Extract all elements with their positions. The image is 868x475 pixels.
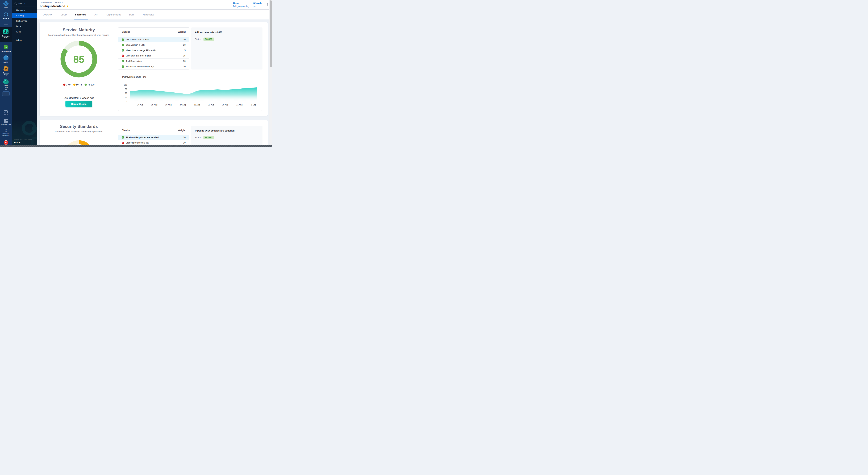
sidebar-item-self-service[interactable]: Self service bbox=[12, 18, 37, 24]
improvement-area-chart: 025507510024 Aug25 Aug26 Aug27 Aug28 Aug… bbox=[118, 77, 262, 110]
check-label: API success rate > 99% bbox=[126, 38, 183, 41]
rail-item-projects[interactable]: Projects bbox=[0, 12, 12, 20]
rail-item-deployments[interactable]: ∞Deployments bbox=[0, 44, 12, 53]
status-badge: PASSED bbox=[204, 37, 214, 41]
sidebar-item-apis[interactable]: APIs bbox=[12, 29, 37, 34]
search-icon bbox=[14, 2, 17, 5]
sidebar: Search OverviewCatalogSelf serviceDocsAP… bbox=[12, 0, 37, 147]
rail-modules: DeveloperPortal∞DeploymentsBuilds⚑Featur… bbox=[0, 27, 12, 89]
rail-item-builds[interactable]: Builds bbox=[0, 55, 12, 63]
weight-column-header: Weight bbox=[178, 129, 186, 135]
owner-block: Owner field_engineering bbox=[233, 2, 249, 7]
legend-item: 75-100 bbox=[85, 83, 94, 86]
check-row[interactable]: ✕Branch protection is set30 bbox=[118, 140, 189, 145]
legend-label: 0-49 bbox=[66, 83, 70, 86]
rail-item-label: FeatureFlags bbox=[3, 72, 9, 76]
legend-label: 50-74 bbox=[76, 83, 82, 86]
rail-item-label: Projects bbox=[3, 18, 9, 20]
status-label: Status: bbox=[195, 38, 202, 40]
favorite-star-icon[interactable]: ★ bbox=[66, 5, 69, 8]
check-row[interactable]: ✓Java version is LTS20 bbox=[118, 42, 189, 48]
checks-column-header: Checks bbox=[122, 129, 130, 135]
y-axis-tick: 25 bbox=[125, 96, 127, 98]
x-axis-tick: 25 Aug bbox=[151, 104, 157, 106]
rail-item-label: CloudCosts bbox=[4, 85, 8, 89]
check-row[interactable]: ✓Pipeline OPA policies are satisfied10 bbox=[118, 135, 189, 140]
rail-item-dashboards[interactable]: DASHBOARDS bbox=[1, 119, 11, 125]
lifecycle-label: Lifecycle bbox=[253, 2, 262, 4]
rail-item-label: HELP bbox=[4, 114, 8, 115]
check-weight: 20 bbox=[183, 65, 186, 68]
maturity-score-donut: 85 bbox=[60, 40, 98, 78]
check-row[interactable]: ✓Mean time to merge PR < 48 hr5 bbox=[118, 48, 189, 53]
module-picker-button[interactable] bbox=[2, 91, 9, 96]
rail-top-section: HomeProjects bbox=[0, 0, 12, 23]
check-detail-title: API success rate > 99% bbox=[191, 27, 262, 34]
scrollbar-thumb[interactable] bbox=[270, 0, 272, 67]
more-options-icon[interactable] bbox=[266, 3, 269, 7]
avatar[interactable]: HM bbox=[4, 140, 8, 145]
tab-dependencies[interactable]: Dependencies bbox=[106, 10, 121, 20]
sidebar-item-overview[interactable]: Overview bbox=[12, 7, 37, 13]
legend-label: 75-100 bbox=[87, 83, 94, 86]
rail-item-developer-portal[interactable]: DeveloperPortal bbox=[0, 29, 12, 39]
tab-docs[interactable]: Docs bbox=[129, 10, 134, 20]
weight-column-header: Weight bbox=[178, 31, 186, 37]
check-weight: 5 bbox=[184, 49, 186, 52]
sidebar-footer: INTERNAL DEVELOPER Portal bbox=[12, 119, 37, 145]
check-label: Pipeline OPA policies are satisfied bbox=[126, 136, 183, 139]
check-row[interactable]: ✓TechDocs exists30 bbox=[118, 58, 189, 64]
tabs-bar: OverviewCI/CDScorecardAPIDependenciesDoc… bbox=[37, 10, 269, 20]
security-check-detail-title: Pipeline OPA policies are satisfied bbox=[191, 126, 262, 132]
cube-icon bbox=[3, 12, 8, 17]
page-scrollbar bbox=[269, 0, 272, 145]
x-axis-tick: 24 Aug bbox=[137, 104, 143, 106]
rail-collapse-handle[interactable] bbox=[0, 23, 12, 27]
check-label: More than 70% test coverage bbox=[126, 65, 183, 68]
check-row[interactable]: ✓More than 70% test coverage20 bbox=[118, 64, 189, 69]
rail-item-feature-flags[interactable]: ⚑FeatureFlags bbox=[0, 66, 12, 76]
check-row[interactable]: ✓API success rate > 99%10 bbox=[118, 37, 189, 42]
rerun-checks-button[interactable]: Rerun Checks bbox=[65, 101, 92, 107]
grid-icon bbox=[5, 93, 7, 95]
status-label: Status: bbox=[195, 137, 202, 139]
sidebar-item-admin[interactable]: Admin bbox=[12, 37, 37, 43]
deployments-infinity-icon: ∞ bbox=[3, 44, 9, 50]
check-row[interactable]: ✕Less than 1% error in prod15 bbox=[118, 53, 189, 58]
builds-orbit-icon bbox=[3, 55, 8, 60]
rail-item-home[interactable]: Home bbox=[0, 1, 12, 9]
module-rail: HomeProjects DeveloperPortal∞Deployments… bbox=[0, 0, 12, 147]
gear-icon: ⚙ bbox=[4, 129, 7, 132]
tab-overview[interactable]: Overview bbox=[43, 10, 52, 20]
maturity-score-value: 85 bbox=[60, 40, 98, 78]
last-updated: Last Updated: 2 weeks ago bbox=[39, 97, 118, 99]
entity-header: COMPONENT — SERVICE boutique-frontend ★ … bbox=[37, 0, 269, 9]
search-input[interactable]: Search bbox=[12, 0, 37, 6]
y-axis-tick: 0 bbox=[126, 100, 127, 102]
dashboards-grid-icon bbox=[4, 119, 8, 123]
tab-ci-cd[interactable]: CI/CD bbox=[61, 10, 67, 20]
area-series bbox=[130, 87, 257, 101]
rail-bottom-section: ?HELPDASHBOARDS⚙ACCOUNTSETTINGS bbox=[1, 110, 11, 140]
rail-item-help[interactable]: ?HELP bbox=[4, 110, 8, 115]
check-label: Branch protection is set bbox=[126, 142, 183, 144]
check-passed-icon: ✓ bbox=[122, 49, 124, 52]
rail-item-account-settings[interactable]: ⚙ACCOUNTSETTINGS bbox=[2, 129, 9, 137]
owner-label: Owner bbox=[233, 2, 249, 4]
rail-item-label: ACCOUNTSETTINGS bbox=[2, 133, 9, 137]
developer-portal-icon bbox=[3, 29, 8, 34]
y-axis-tick: 100 bbox=[124, 84, 127, 86]
x-axis-tick: 26 Aug bbox=[165, 104, 172, 106]
security-title: Security Standards bbox=[39, 124, 118, 129]
security-score-donut bbox=[61, 138, 96, 145]
rail-item-cloud-costs[interactable]: $CloudCosts bbox=[0, 79, 12, 89]
check-passed-icon: ✓ bbox=[122, 60, 124, 62]
tab-api[interactable]: API bbox=[94, 10, 98, 20]
tab-scorecard[interactable]: Scorecard bbox=[75, 10, 86, 20]
selected-module: DeveloperPortal bbox=[0, 27, 12, 42]
sidebar-item-catalog[interactable]: Catalog bbox=[12, 13, 37, 18]
sidebar-item-docs[interactable]: Docs bbox=[12, 24, 37, 29]
tab-kubernetes[interactable]: Kubernetes bbox=[143, 10, 154, 20]
chevron-down-icon[interactable] bbox=[5, 89, 7, 90]
owner-value[interactable]: field_engineering bbox=[233, 5, 249, 7]
